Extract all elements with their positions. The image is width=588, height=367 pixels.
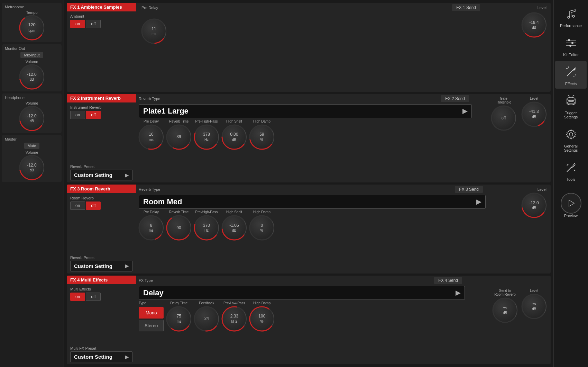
fx4-highdamp-item: 100 %	[249, 306, 274, 331]
fx3-reverb-type-arrow: ▶	[476, 198, 481, 206]
fx3-highdamp-item: 0 %	[249, 215, 274, 240]
svg-point-45	[522, 294, 546, 319]
sidebar-item-tools[interactable]: Tools	[555, 156, 587, 184]
fx2-preset-box[interactable]: Custom Setting ▶	[70, 170, 132, 180]
svg-point-53	[569, 45, 571, 47]
fx4-mono-button[interactable]: Mono	[139, 307, 164, 319]
fx4-preset-box[interactable]: Custom Setting ▶	[70, 351, 132, 362]
fx2-send-badge: FX 2 Send	[441, 95, 469, 102]
fx1-off-button[interactable]: off	[86, 20, 101, 28]
fx2-section: FX 2 Instrument Reverb Instrument Reverb…	[67, 94, 551, 183]
fx3-right: Level -12.0 dB	[488, 185, 551, 274]
right-sidebar: Performance Kit Editor	[553, 0, 588, 367]
mute-button[interactable]: Mute	[24, 143, 39, 149]
fx4-type-bar[interactable]: Delay ▶	[139, 286, 465, 300]
fx3-section: FX 3 Room Reverb Room Reverb on off Reve…	[67, 185, 551, 274]
sidebar-divider	[558, 187, 584, 187]
fx2-off-button[interactable]: off	[86, 111, 101, 119]
fx3-reverb-type-name: Room Med	[143, 197, 182, 206]
fx2-reverb-type-arrow: ▶	[462, 107, 467, 115]
fx3-preset-box[interactable]: Custom Setting ▶	[70, 261, 132, 271]
fx3-reverb-type-bar[interactable]: Room Med ▶	[139, 195, 486, 209]
fx4-right: Send to Room Reverb -∞ dB	[468, 276, 551, 365]
svg-point-65	[569, 133, 573, 136]
fx3-knobs-row: 8 ms 90	[139, 215, 486, 240]
sidebar-item-preview[interactable]: Preview	[555, 190, 587, 221]
preview-button[interactable]	[561, 193, 581, 214]
fx2-level-item: Level -41.3 dB	[522, 97, 546, 131]
svg-point-44	[493, 298, 517, 322]
svg-point-22	[491, 106, 516, 130]
sidebar-item-performance[interactable]: Performance	[555, 3, 587, 30]
tools-label: Tools	[567, 177, 576, 181]
fx1-right: Level -19.4 dB	[488, 3, 551, 92]
fx4-header: FX 4 Multi Effects	[67, 276, 136, 284]
gear-icon	[563, 126, 579, 143]
fx3-toggle-group: on off	[70, 202, 132, 210]
fx4-feedback-item: 24	[194, 306, 219, 331]
sidebar-item-kit-editor[interactable]: Kit Editor	[555, 32, 587, 60]
fx3-prehighpass-item: 370 Hz	[194, 215, 219, 240]
svg-line-67	[574, 170, 575, 171]
drum-icon	[563, 93, 579, 109]
wand-icon	[563, 64, 579, 80]
sidebar-item-general-settings[interactable]: General Settings	[555, 123, 587, 155]
metronome-section: Metronome Tempo 120 bpm	[2, 3, 62, 42]
fx2-header: FX 2 Instrument Reverb	[67, 94, 136, 102]
fx4-preset-section: Multi FX Preset Custom Setting ▶	[67, 344, 136, 364]
fx3-preset-arrow: ▶	[125, 263, 129, 269]
main-area: FX 1 Ambience Samples Ambient on off Pre…	[64, 0, 553, 367]
sidebar-item-effects[interactable]: Effects	[555, 61, 587, 89]
fx1-toggle-label: Ambient	[70, 14, 132, 18]
master-title: Master	[5, 137, 17, 141]
fx2-on-button[interactable]: on	[70, 111, 85, 119]
fx2-preset-section: Reverb Preset Custom Setting ▶	[67, 162, 136, 182]
mix-input-button[interactable]: Mix-Input	[20, 52, 43, 58]
fx4-delaytime-item: 75 ms	[166, 306, 191, 331]
fx4-on-button[interactable]: on	[70, 293, 85, 301]
trigger-settings-label: Trigger Settings	[564, 111, 578, 119]
fx1-center: Pre Delay FX 1 Send 11 ms	[136, 3, 488, 92]
fx4-section: FX 4 Multi Effects Multi Effects on off …	[67, 276, 551, 365]
fx2-prehighpass-item: 378 Hz	[194, 125, 219, 150]
effects-label: Effects	[565, 82, 577, 86]
fx2-reverbtime-item: 39	[166, 125, 191, 150]
fx1-on-button[interactable]: on	[70, 20, 85, 28]
left-sidebar: Metronome Tempo 120 bpm Monitor-Out Mix-…	[0, 0, 64, 367]
svg-line-66	[567, 168, 571, 172]
svg-line-63	[572, 95, 575, 96]
fx3-off-button[interactable]: off	[86, 202, 101, 210]
monitor-out-section: Monitor-Out Mix-Input Volume -12.0 dB	[2, 44, 62, 91]
fx1-header: FX 1 Ambience Samples	[67, 3, 136, 11]
fx3-preset-label: Reverb Preset	[70, 256, 132, 260]
fx1-predelay-label: Pre Delay	[141, 6, 158, 10]
fx1-left: FX 1 Ambience Samples Ambient on off	[67, 3, 136, 92]
fx4-knobs-col: Delay Time Feedback Pre-Low-Pass High Da…	[166, 301, 274, 331]
fx1-toggle-row: Ambient on off	[67, 11, 136, 31]
fx3-center: Reverb Type FX 3 Send Room Med ▶ Pre Del…	[136, 185, 488, 274]
fx4-toggle-group: on off	[70, 293, 132, 301]
fx2-predelay-item: 16 ms	[139, 125, 164, 150]
fx2-left: FX 2 Instrument Reverb Instrument Reverb…	[67, 94, 136, 183]
svg-point-46	[568, 16, 570, 18]
sidebar-item-trigger-settings[interactable]: Trigger Settings	[555, 90, 587, 122]
fx4-stereo-button[interactable]: Stereo	[139, 320, 164, 331]
fx3-highshelf-item: -1.05 dB	[222, 215, 247, 240]
fx2-reverb-type-name: Plate1 Large	[143, 107, 189, 116]
fx2-toggle-row: Instrument Reverb on off	[67, 102, 136, 122]
fx1-knobs-row: 11 ms	[141, 19, 483, 44]
fx2-reverbtype-label: Reverb Type	[139, 97, 160, 101]
fx4-type-arrow: ▶	[456, 289, 460, 297]
fx3-send-badge: FX 3 Send	[455, 186, 483, 193]
fx2-knobs-row: 16 ms 3	[139, 125, 472, 150]
fx2-reverb-type-bar[interactable]: Plate1 Large ▶	[139, 104, 472, 118]
fx4-preset-label: Multi FX Preset	[70, 346, 132, 350]
tempo-knob-container: Tempo 120 bpm	[19, 10, 44, 40]
fx2-preset-value: Custom Setting	[74, 172, 112, 178]
fx4-off-button[interactable]: off	[86, 293, 101, 301]
monitor-out-title: Monitor-Out	[5, 46, 25, 51]
fx4-send-room-item: Send to Room Reverb -∞ dB	[493, 289, 517, 323]
fx2-highshelf-item: 0.00 dB	[222, 125, 247, 150]
svg-rect-61	[567, 99, 575, 103]
fx3-on-button[interactable]: on	[70, 202, 85, 210]
